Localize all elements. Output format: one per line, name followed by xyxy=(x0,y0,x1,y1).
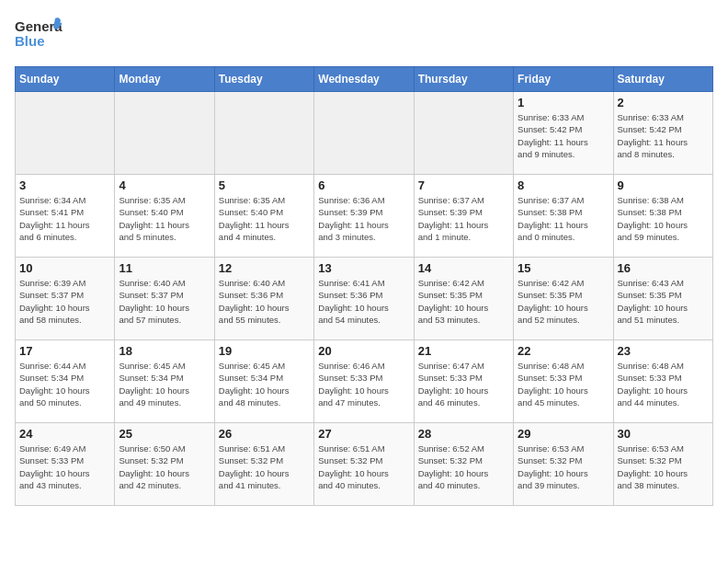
calendar-cell: 28Sunrise: 6:52 AM Sunset: 5:32 PM Dayli… xyxy=(414,423,513,506)
day-info: Sunrise: 6:37 AM Sunset: 5:38 PM Dayligh… xyxy=(518,194,609,243)
day-info: Sunrise: 6:33 AM Sunset: 5:42 PM Dayligh… xyxy=(518,111,609,160)
day-number: 21 xyxy=(418,344,509,358)
calendar-cell: 3Sunrise: 6:34 AM Sunset: 5:41 PM Daylig… xyxy=(16,175,115,258)
calendar-cell: 18Sunrise: 6:45 AM Sunset: 5:34 PM Dayli… xyxy=(115,340,214,423)
calendar-cell: 7Sunrise: 6:37 AM Sunset: 5:39 PM Daylig… xyxy=(414,175,513,258)
calendar-cell: 6Sunrise: 6:36 AM Sunset: 5:39 PM Daylig… xyxy=(314,175,414,258)
calendar-cell: 4Sunrise: 6:35 AM Sunset: 5:40 PM Daylig… xyxy=(115,175,214,258)
day-number: 19 xyxy=(219,344,310,358)
day-info: Sunrise: 6:48 AM Sunset: 5:33 PM Dayligh… xyxy=(618,360,709,408)
day-number: 16 xyxy=(618,261,709,275)
day-info: Sunrise: 6:45 AM Sunset: 5:34 PM Dayligh… xyxy=(219,360,310,408)
day-number: 18 xyxy=(119,344,210,358)
day-info: Sunrise: 6:51 AM Sunset: 5:32 PM Dayligh… xyxy=(219,442,310,491)
day-number: 4 xyxy=(119,178,210,192)
calendar-cell: 16Sunrise: 6:43 AM Sunset: 5:35 PM Dayli… xyxy=(613,258,712,340)
day-number: 26 xyxy=(219,427,310,441)
day-number: 23 xyxy=(618,344,709,358)
day-info: Sunrise: 6:35 AM Sunset: 5:40 PM Dayligh… xyxy=(219,194,310,243)
calendar-cell: 10Sunrise: 6:39 AM Sunset: 5:37 PM Dayli… xyxy=(16,258,115,340)
calendar-cell: 21Sunrise: 6:47 AM Sunset: 5:33 PM Dayli… xyxy=(414,340,513,423)
day-number: 6 xyxy=(318,178,409,192)
day-number: 2 xyxy=(618,96,709,109)
calendar-cell: 11Sunrise: 6:40 AM Sunset: 5:37 PM Dayli… xyxy=(115,258,214,340)
day-info: Sunrise: 6:42 AM Sunset: 5:35 PM Dayligh… xyxy=(518,277,609,326)
day-info: Sunrise: 6:34 AM Sunset: 5:41 PM Dayligh… xyxy=(19,194,110,243)
logo-svg: General Blue xyxy=(15,15,63,55)
calendar-header-friday: Friday xyxy=(514,67,613,92)
calendar-cell: 23Sunrise: 6:48 AM Sunset: 5:33 PM Dayli… xyxy=(613,340,712,423)
day-info: Sunrise: 6:40 AM Sunset: 5:36 PM Dayligh… xyxy=(219,277,310,326)
day-number: 27 xyxy=(318,427,409,441)
day-info: Sunrise: 6:37 AM Sunset: 5:39 PM Dayligh… xyxy=(418,194,509,243)
calendar-cell: 29Sunrise: 6:53 AM Sunset: 5:32 PM Dayli… xyxy=(514,423,613,506)
svg-text:Blue: Blue xyxy=(15,33,45,49)
day-number: 14 xyxy=(418,261,509,275)
day-info: Sunrise: 6:33 AM Sunset: 5:42 PM Dayligh… xyxy=(618,111,709,160)
day-info: Sunrise: 6:35 AM Sunset: 5:40 PM Dayligh… xyxy=(119,194,210,243)
day-number: 25 xyxy=(119,427,210,441)
calendar-week-row: 10Sunrise: 6:39 AM Sunset: 5:37 PM Dayli… xyxy=(16,258,713,340)
calendar-cell xyxy=(115,92,214,175)
calendar-cell: 19Sunrise: 6:45 AM Sunset: 5:34 PM Dayli… xyxy=(214,340,313,423)
day-info: Sunrise: 6:44 AM Sunset: 5:34 PM Dayligh… xyxy=(19,360,110,408)
day-info: Sunrise: 6:52 AM Sunset: 5:32 PM Dayligh… xyxy=(418,442,509,491)
day-number: 11 xyxy=(119,261,210,275)
day-info: Sunrise: 6:51 AM Sunset: 5:32 PM Dayligh… xyxy=(318,442,409,491)
calendar-cell: 8Sunrise: 6:37 AM Sunset: 5:38 PM Daylig… xyxy=(514,175,613,258)
day-info: Sunrise: 6:48 AM Sunset: 5:33 PM Dayligh… xyxy=(518,360,609,408)
calendar-cell: 26Sunrise: 6:51 AM Sunset: 5:32 PM Dayli… xyxy=(214,423,313,506)
calendar-cell xyxy=(16,92,115,175)
calendar-header-sunday: Sunday xyxy=(16,67,115,92)
day-number: 24 xyxy=(19,427,110,441)
day-info: Sunrise: 6:47 AM Sunset: 5:33 PM Dayligh… xyxy=(418,360,509,408)
day-info: Sunrise: 6:50 AM Sunset: 5:32 PM Dayligh… xyxy=(119,442,210,491)
day-number: 3 xyxy=(19,178,110,192)
day-number: 13 xyxy=(318,261,409,275)
calendar-cell: 15Sunrise: 6:42 AM Sunset: 5:35 PM Dayli… xyxy=(514,258,613,340)
day-number: 28 xyxy=(418,427,509,441)
header: General Blue xyxy=(15,15,713,59)
calendar-header-wednesday: Wednesday xyxy=(314,67,414,92)
calendar-header-thursday: Thursday xyxy=(414,67,513,92)
calendar-header-tuesday: Tuesday xyxy=(214,67,313,92)
calendar-cell: 5Sunrise: 6:35 AM Sunset: 5:40 PM Daylig… xyxy=(214,175,313,258)
day-number: 17 xyxy=(19,344,110,358)
day-info: Sunrise: 6:43 AM Sunset: 5:35 PM Dayligh… xyxy=(618,277,709,326)
day-number: 10 xyxy=(19,261,110,275)
calendar-cell xyxy=(214,92,313,175)
calendar-header-row: SundayMondayTuesdayWednesdayThursdayFrid… xyxy=(16,67,713,92)
calendar-cell: 30Sunrise: 6:53 AM Sunset: 5:32 PM Dayli… xyxy=(613,423,712,506)
day-number: 8 xyxy=(518,178,609,192)
calendar-week-row: 17Sunrise: 6:44 AM Sunset: 5:34 PM Dayli… xyxy=(16,340,713,423)
day-number: 1 xyxy=(518,96,609,109)
calendar-cell: 13Sunrise: 6:41 AM Sunset: 5:36 PM Dayli… xyxy=(314,258,414,340)
day-info: Sunrise: 6:45 AM Sunset: 5:34 PM Dayligh… xyxy=(119,360,210,408)
day-info: Sunrise: 6:40 AM Sunset: 5:37 PM Dayligh… xyxy=(119,277,210,326)
calendar-cell: 22Sunrise: 6:48 AM Sunset: 5:33 PM Dayli… xyxy=(514,340,613,423)
day-number: 7 xyxy=(418,178,509,192)
calendar-week-row: 3Sunrise: 6:34 AM Sunset: 5:41 PM Daylig… xyxy=(16,175,713,258)
calendar-cell: 17Sunrise: 6:44 AM Sunset: 5:34 PM Dayli… xyxy=(16,340,115,423)
calendar-header-monday: Monday xyxy=(115,67,214,92)
logo: General Blue xyxy=(15,15,63,59)
day-number: 22 xyxy=(518,344,609,358)
day-info: Sunrise: 6:36 AM Sunset: 5:39 PM Dayligh… xyxy=(318,194,409,243)
calendar-header-saturday: Saturday xyxy=(613,67,712,92)
day-number: 29 xyxy=(518,427,609,441)
calendar-cell: 25Sunrise: 6:50 AM Sunset: 5:32 PM Dayli… xyxy=(115,423,214,506)
day-info: Sunrise: 6:46 AM Sunset: 5:33 PM Dayligh… xyxy=(318,360,409,408)
calendar-cell: 24Sunrise: 6:49 AM Sunset: 5:33 PM Dayli… xyxy=(16,423,115,506)
day-number: 12 xyxy=(219,261,310,275)
day-info: Sunrise: 6:53 AM Sunset: 5:32 PM Dayligh… xyxy=(518,442,609,491)
calendar-week-row: 1Sunrise: 6:33 AM Sunset: 5:42 PM Daylig… xyxy=(16,92,713,175)
calendar-cell xyxy=(414,92,513,175)
day-number: 9 xyxy=(618,178,709,192)
calendar-week-row: 24Sunrise: 6:49 AM Sunset: 5:33 PM Dayli… xyxy=(16,423,713,506)
calendar-cell: 2Sunrise: 6:33 AM Sunset: 5:42 PM Daylig… xyxy=(613,92,712,175)
day-info: Sunrise: 6:53 AM Sunset: 5:32 PM Dayligh… xyxy=(618,442,709,491)
day-info: Sunrise: 6:39 AM Sunset: 5:37 PM Dayligh… xyxy=(19,277,110,326)
day-info: Sunrise: 6:42 AM Sunset: 5:35 PM Dayligh… xyxy=(418,277,509,326)
calendar-cell: 12Sunrise: 6:40 AM Sunset: 5:36 PM Dayli… xyxy=(214,258,313,340)
calendar-cell: 9Sunrise: 6:38 AM Sunset: 5:38 PM Daylig… xyxy=(613,175,712,258)
